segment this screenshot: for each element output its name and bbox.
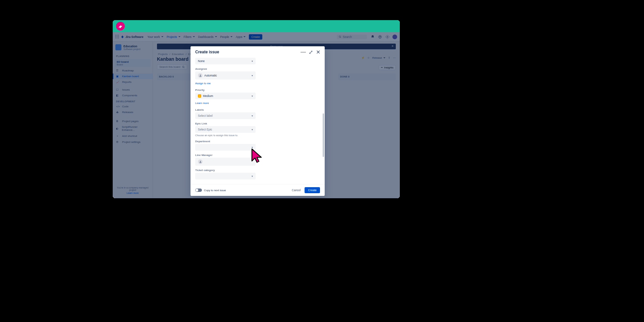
epic-placeholder: Select Epic [198,128,212,131]
priority-learn-more-link[interactable]: Learn more [195,102,209,105]
modal-body: None ▾ Assignee Automatic ▾ Assign to me… [191,56,325,184]
chevron-down-icon: ▾ [252,60,253,63]
brand-logo-icon [116,22,125,31]
create-issue-modal: Create issue — ⤢ ✕ None ▾ Assignee Autom… [191,46,325,196]
chevron-down-icon: ▾ [252,95,253,98]
create-submit-button[interactable]: Create [305,187,320,193]
chevron-down-icon: ▾ [252,146,253,149]
copy-next-label: Copy to next issue [204,189,226,192]
priority-medium-icon: = [198,94,201,98]
epic-label: Epic Link [195,122,320,125]
app-window: Jira Software Your work Projects Filters… [113,20,400,198]
minimize-icon[interactable]: — [301,50,305,54]
line-manager-label: Line Manager [195,154,320,157]
component-select[interactable]: None ▾ [195,58,256,64]
epic-help-text: Choose an epic to assign this issue to. [195,134,320,137]
priority-label: Priority [195,89,320,92]
department-label: Department [195,140,320,143]
expand-icon[interactable]: ⤢ [309,50,313,54]
ticket-category-select[interactable]: ▾ [195,173,256,179]
modal-title: Create issue [195,50,301,54]
assignee-label: Assignee [195,67,320,70]
chevron-down-icon: ▾ [252,128,253,131]
modal-footer: Copy to next issue Cancel Create [191,184,325,196]
labels-select[interactable]: Select label ▾ [195,112,256,119]
labels-label: Labels [195,108,320,111]
app-body: Jira Software Your work Projects Filters… [113,32,400,198]
labels-placeholder: Select label [198,114,213,117]
chevron-down-icon: ▾ [252,114,253,117]
priority-value: Medium [203,94,213,98]
assignee-select[interactable]: Automatic ▾ [195,71,256,79]
ticket-category-label: Ticket category [195,169,320,172]
component-value: None [198,59,205,63]
cancel-button[interactable]: Cancel [289,187,303,193]
modal-scrollbar[interactable] [323,113,324,157]
priority-select[interactable]: = Medium ▾ [195,93,256,99]
user-icon [198,73,203,78]
user-icon [198,159,203,164]
copy-next-toggle[interactable] [195,189,202,192]
svg-point-17 [200,161,201,162]
assignee-value: Automatic [204,74,217,77]
svg-point-16 [200,74,201,75]
close-icon[interactable]: ✕ [316,50,320,54]
department-select[interactable]: ▾ [195,144,256,151]
chevron-down-icon: ▾ [252,175,253,178]
assign-to-me-link[interactable]: Assign to me [195,82,211,85]
brand-bar [113,20,400,32]
chevron-down-icon: ▾ [252,74,253,77]
epic-select[interactable]: Select Epic ▾ [195,126,256,133]
line-manager-select[interactable] [195,158,256,166]
